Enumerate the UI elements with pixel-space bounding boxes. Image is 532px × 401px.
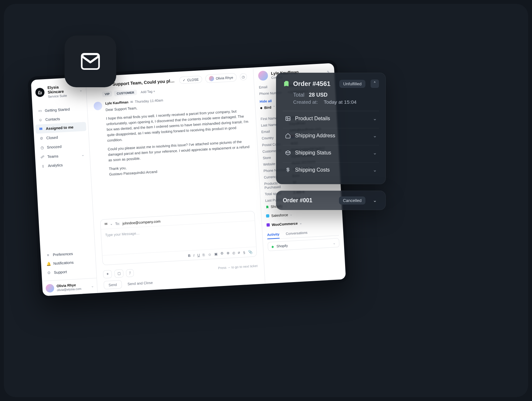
ai-suggest-button[interactable]: ✦ <box>103 270 112 278</box>
svg-point-1 <box>287 118 288 119</box>
chevron-down-icon: ⌄ <box>373 133 377 139</box>
attach-button[interactable]: 📎 <box>248 250 253 254</box>
section-product-details[interactable]: Product Details ⌄ <box>283 111 379 126</box>
chevron-down-icon: ⌄ <box>373 167 377 173</box>
message: Lyle Kauffman ✉ Thursday 11:40am Dear Su… <box>94 93 252 181</box>
home-icon <box>285 133 291 139</box>
chart-icon: ⫿ <box>41 164 46 168</box>
sender-avatar <box>94 101 102 110</box>
box-icon <box>285 150 291 156</box>
canned-button[interactable]: ⌀ <box>238 250 240 255</box>
created-label: Created at: <box>293 99 318 105</box>
salesforce-icon <box>266 214 270 218</box>
tag-vip[interactable]: VIP <box>102 91 112 97</box>
collapse-button[interactable]: ˄ <box>371 79 379 88</box>
mail-app-tile <box>65 36 116 87</box>
macro-button[interactable]: © <box>232 251 235 255</box>
order-status: Cancelled <box>339 196 365 205</box>
emoji-button[interactable]: ☺ <box>208 252 212 257</box>
note-button[interactable]: ▢ <box>114 269 124 278</box>
team-icon: ☍ <box>40 154 45 159</box>
chevron-down-icon: ⌄ <box>81 152 85 157</box>
message-body: Dear Support Team, I hope this email fin… <box>106 99 252 177</box>
user-avatar <box>46 284 54 292</box>
section-shipping-address[interactable]: Shipping Address ⌄ <box>283 128 379 143</box>
dollar-icon <box>285 167 291 173</box>
channel-icon: ✉ <box>130 100 133 103</box>
sliders-icon: ≡ <box>46 253 51 257</box>
chevron-down-icon: ⌄ <box>91 284 94 288</box>
send-button[interactable]: Send <box>104 280 122 290</box>
shortcut-button[interactable]: ⤴ <box>126 269 134 277</box>
order-card-secondary: Order #001 Cancelled ⌄ <box>276 191 386 210</box>
brand-logo: E͟s <box>35 88 45 98</box>
expand-button[interactable]: ⌄ <box>371 196 379 205</box>
woocommerce-icon <box>266 223 270 227</box>
order-title: Order #001 <box>283 197 312 204</box>
image-icon <box>285 116 291 121</box>
current-user[interactable]: Olivia Rhye olivia@elysia.com ⌄ <box>42 278 97 296</box>
settings-button[interactable]: ⚙ <box>220 251 224 256</box>
contact-avatar <box>258 70 268 81</box>
order-title: Order #4561 <box>293 80 331 88</box>
chevron-down-icon: ⌄ <box>333 241 336 245</box>
shopify-icon <box>283 80 290 87</box>
message-time: Thursday 11:40am <box>135 98 163 104</box>
insert-button[interactable]: ⊕ <box>227 251 230 255</box>
chevron-down-icon: ⌄ <box>290 213 293 216</box>
order-status: Unfulfilled <box>339 80 365 88</box>
chevron-down-icon: ⌄ <box>300 221 302 225</box>
shortcut-hint: Press → to go to next ticket <box>218 264 258 270</box>
shopify-icon <box>265 205 269 209</box>
mail-icon: ✉ <box>39 126 44 131</box>
shopify-icon: ◆ <box>271 245 274 248</box>
total-label: Total <box>293 92 304 98</box>
avatar <box>209 76 214 81</box>
chevron-down-icon: ⌄ <box>373 150 377 156</box>
total-value: 28 USD <box>309 92 328 98</box>
to-label: To: <box>115 221 120 226</box>
brand-switcher-icon[interactable]: ⌄ <box>79 88 82 92</box>
snooze-button[interactable]: ◷ <box>240 73 247 80</box>
life-ring-icon: ⊙ <box>47 270 52 275</box>
image-button[interactable]: ▣ <box>214 252 218 256</box>
to-value[interactable]: johndoe@company.com <box>122 219 160 225</box>
book-icon: ▭ <box>38 108 43 113</box>
conversation-pane: ← Dear Support Team, Could you please as… <box>86 68 265 293</box>
italic-button[interactable]: I <box>193 253 195 257</box>
check-icon: ✓ <box>183 78 186 82</box>
channel-picker[interactable]: ⌄ <box>110 222 113 226</box>
section-shipping-status[interactable]: Shipping Status ⌄ <box>283 145 379 160</box>
order-card-main: Order #4561 Unfulfilled ˄ Total 28 USD C… <box>276 73 386 184</box>
tab-activity[interactable]: Activity <box>267 230 280 239</box>
chevron-down-icon: ⌄ <box>373 116 377 121</box>
link-button[interactable]: ⎘ <box>203 253 205 257</box>
envelope-icon <box>78 49 103 74</box>
send-and-close-button[interactable]: Send and Close <box>124 279 156 288</box>
assignee-chip[interactable]: Olivia Rhye <box>205 73 237 83</box>
check-circle-icon: ⊘ <box>39 136 44 141</box>
section-shipping-costs[interactable]: Shipping Costs ⌄ <box>283 162 379 177</box>
composer: ✉ ⌄ To: johndoe@company.com Type your Me… <box>100 211 257 265</box>
add-tag-button[interactable]: Add Tag + <box>138 90 155 94</box>
chevron-up-icon: ˄ <box>273 105 275 109</box>
tab-conversations[interactable]: Conversations <box>286 228 308 238</box>
order-sections: Product Details ⌄ Shipping Address ⌄ Shi… <box>283 111 379 177</box>
created-value: Today at 15:04 <box>324 99 357 105</box>
close-button[interactable]: ✓ CLOSE <box>179 76 202 84</box>
tag-button[interactable]: § <box>243 250 245 254</box>
mail-icon: ✉ <box>104 222 107 226</box>
clock-icon: ◷ <box>40 145 45 150</box>
users-icon: ☺ <box>38 118 43 122</box>
underline-button[interactable]: U <box>197 253 200 257</box>
activity-item[interactable]: ◆ Shopify ⌄ <box>268 238 340 251</box>
bold-button[interactable]: B <box>188 253 191 257</box>
message-from: Lyle Kauffman <box>105 100 129 105</box>
primary-nav: ▭ Getting Started ☺ Contacts ✉ Assigned … <box>32 102 90 172</box>
bell-icon: 🔔 <box>46 261 51 266</box>
tag-customer[interactable]: CUSTOMER <box>114 90 137 96</box>
